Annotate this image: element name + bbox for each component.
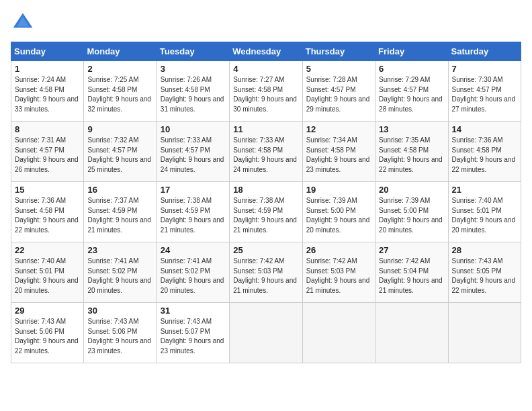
cell-info: Sunrise: 7:38 AMSunset: 4:59 PMDaylight:… — [161, 196, 226, 235]
day-number: 14 — [452, 124, 517, 134]
logo-icon — [11, 11, 35, 35]
calendar-cell: 28 Sunrise: 7:43 AMSunset: 5:05 PMDaylig… — [448, 242, 521, 303]
cell-info: Sunrise: 7:42 AMSunset: 5:04 PMDaylight:… — [379, 257, 444, 295]
calendar-cell: 11 Sunrise: 7:33 AMSunset: 4:58 PMDaylig… — [230, 122, 302, 182]
cell-info: Sunrise: 7:36 AMSunset: 4:58 PMDaylight:… — [15, 196, 80, 235]
day-number: 31 — [161, 306, 226, 316]
calendar-cell: 10 Sunrise: 7:33 AMSunset: 4:57 PMDaylig… — [157, 122, 229, 182]
cell-info: Sunrise: 7:40 AMSunset: 5:01 PMDaylight:… — [452, 196, 517, 235]
calendar-cell: 13 Sunrise: 7:35 AMSunset: 4:58 PMDaylig… — [375, 122, 448, 182]
cell-info: Sunrise: 7:34 AMSunset: 4:58 PMDaylight:… — [306, 136, 371, 175]
cell-info: Sunrise: 7:39 AMSunset: 5:00 PMDaylight:… — [379, 196, 444, 235]
calendar-table: SundayMondayTuesdayWednesdayThursdayFrid… — [11, 42, 521, 363]
day-number: 29 — [15, 306, 80, 316]
calendar-cell: 31 Sunrise: 7:43 AMSunset: 5:07 PMDaylig… — [157, 303, 229, 363]
calendar-cell: 30 Sunrise: 7:43 AMSunset: 5:06 PMDaylig… — [84, 303, 157, 363]
calendar-cell: 7 Sunrise: 7:30 AMSunset: 4:57 PMDayligh… — [448, 61, 521, 122]
day-number: 11 — [233, 124, 298, 134]
calendar-cell: 1 Sunrise: 7:24 AMSunset: 4:58 PMDayligh… — [11, 61, 84, 122]
day-number: 13 — [379, 124, 444, 134]
day-number: 20 — [379, 185, 444, 195]
day-number: 26 — [306, 245, 371, 255]
day-number: 12 — [306, 124, 371, 134]
day-header-saturday: Saturday — [448, 42, 521, 61]
day-number: 7 — [452, 64, 517, 74]
cell-info: Sunrise: 7:25 AMSunset: 4:58 PMDaylight:… — [87, 75, 152, 114]
day-number: 6 — [379, 64, 444, 74]
calendar-cell: 4 Sunrise: 7:27 AMSunset: 4:58 PMDayligh… — [230, 61, 302, 122]
cell-info: Sunrise: 7:31 AMSunset: 4:57 PMDaylight:… — [15, 136, 80, 175]
cell-info: Sunrise: 7:27 AMSunset: 4:58 PMDaylight:… — [233, 75, 298, 114]
day-number: 9 — [87, 124, 152, 134]
cell-info: Sunrise: 7:36 AMSunset: 4:58 PMDaylight:… — [452, 136, 517, 175]
cell-info: Sunrise: 7:30 AMSunset: 4:57 PMDaylight:… — [452, 75, 517, 114]
day-header-friday: Friday — [375, 42, 448, 61]
day-number: 16 — [87, 185, 152, 195]
day-number: 4 — [233, 64, 298, 74]
calendar-cell — [230, 303, 302, 363]
calendar-cell: 27 Sunrise: 7:42 AMSunset: 5:04 PMDaylig… — [375, 242, 448, 303]
day-number: 1 — [15, 64, 80, 74]
logo — [11, 11, 38, 35]
calendar-cell: 16 Sunrise: 7:37 AMSunset: 4:59 PMDaylig… — [84, 182, 157, 242]
day-number: 28 — [452, 245, 517, 255]
calendar-cell — [302, 303, 375, 363]
cell-info: Sunrise: 7:39 AMSunset: 5:00 PMDaylight:… — [306, 196, 371, 235]
calendar-cell: 6 Sunrise: 7:29 AMSunset: 4:57 PMDayligh… — [375, 61, 448, 122]
day-number: 23 — [87, 245, 152, 255]
cell-info: Sunrise: 7:40 AMSunset: 5:01 PMDaylight:… — [15, 257, 80, 295]
cell-info: Sunrise: 7:35 AMSunset: 4:58 PMDaylight:… — [379, 136, 444, 175]
calendar-week-row: 29 Sunrise: 7:43 AMSunset: 5:06 PMDaylig… — [11, 303, 521, 363]
day-number: 8 — [15, 124, 80, 134]
day-number: 17 — [161, 185, 226, 195]
cell-info: Sunrise: 7:28 AMSunset: 4:57 PMDaylight:… — [306, 75, 371, 114]
day-number: 21 — [452, 185, 517, 195]
cell-info: Sunrise: 7:29 AMSunset: 4:57 PMDaylight:… — [379, 75, 444, 114]
calendar-cell: 12 Sunrise: 7:34 AMSunset: 4:58 PMDaylig… — [302, 122, 375, 182]
cell-info: Sunrise: 7:41 AMSunset: 5:02 PMDaylight:… — [161, 257, 226, 295]
calendar-week-row: 15 Sunrise: 7:36 AMSunset: 4:58 PMDaylig… — [11, 182, 521, 242]
cell-info: Sunrise: 7:43 AMSunset: 5:07 PMDaylight:… — [161, 317, 226, 356]
cell-info: Sunrise: 7:26 AMSunset: 4:58 PMDaylight:… — [161, 75, 226, 114]
day-header-tuesday: Tuesday — [157, 42, 229, 61]
calendar-cell: 29 Sunrise: 7:43 AMSunset: 5:06 PMDaylig… — [11, 303, 84, 363]
calendar-cell: 5 Sunrise: 7:28 AMSunset: 4:57 PMDayligh… — [302, 61, 375, 122]
day-header-monday: Monday — [84, 42, 157, 61]
calendar-week-row: 8 Sunrise: 7:31 AMSunset: 4:57 PMDayligh… — [11, 122, 521, 182]
calendar-week-row: 22 Sunrise: 7:40 AMSunset: 5:01 PMDaylig… — [11, 242, 521, 303]
cell-info: Sunrise: 7:33 AMSunset: 4:57 PMDaylight:… — [161, 136, 226, 175]
calendar-cell: 9 Sunrise: 7:32 AMSunset: 4:57 PMDayligh… — [84, 122, 157, 182]
cell-info: Sunrise: 7:43 AMSunset: 5:06 PMDaylight:… — [15, 317, 80, 356]
calendar-cell: 23 Sunrise: 7:41 AMSunset: 5:02 PMDaylig… — [84, 242, 157, 303]
day-number: 19 — [306, 185, 371, 195]
calendar-cell: 2 Sunrise: 7:25 AMSunset: 4:58 PMDayligh… — [84, 61, 157, 122]
day-header-wednesday: Wednesday — [230, 42, 302, 61]
day-number: 27 — [379, 245, 444, 255]
calendar-cell: 8 Sunrise: 7:31 AMSunset: 4:57 PMDayligh… — [11, 122, 84, 182]
day-number: 25 — [233, 245, 298, 255]
calendar-cell: 14 Sunrise: 7:36 AMSunset: 4:58 PMDaylig… — [448, 122, 521, 182]
day-number: 15 — [15, 185, 80, 195]
calendar-cell: 26 Sunrise: 7:42 AMSunset: 5:03 PMDaylig… — [302, 242, 375, 303]
calendar-cell: 21 Sunrise: 7:40 AMSunset: 5:01 PMDaylig… — [448, 182, 521, 242]
cell-info: Sunrise: 7:43 AMSunset: 5:05 PMDaylight:… — [452, 257, 517, 295]
day-number: 10 — [161, 124, 226, 134]
calendar-cell — [448, 303, 521, 363]
calendar-cell: 19 Sunrise: 7:39 AMSunset: 5:00 PMDaylig… — [302, 182, 375, 242]
cell-info: Sunrise: 7:38 AMSunset: 4:59 PMDaylight:… — [233, 196, 298, 235]
day-number: 30 — [87, 306, 152, 316]
calendar-cell: 17 Sunrise: 7:38 AMSunset: 4:59 PMDaylig… — [157, 182, 229, 242]
calendar-cell: 15 Sunrise: 7:36 AMSunset: 4:58 PMDaylig… — [11, 182, 84, 242]
day-number: 24 — [161, 245, 226, 255]
cell-info: Sunrise: 7:24 AMSunset: 4:58 PMDaylight:… — [15, 75, 80, 114]
page-header — [11, 11, 521, 35]
day-number: 22 — [15, 245, 80, 255]
calendar-cell: 22 Sunrise: 7:40 AMSunset: 5:01 PMDaylig… — [11, 242, 84, 303]
calendar-cell: 25 Sunrise: 7:42 AMSunset: 5:03 PMDaylig… — [230, 242, 302, 303]
calendar-cell: 3 Sunrise: 7:26 AMSunset: 4:58 PMDayligh… — [157, 61, 229, 122]
cell-info: Sunrise: 7:42 AMSunset: 5:03 PMDaylight:… — [233, 257, 298, 295]
day-number: 18 — [233, 185, 298, 195]
calendar-cell — [375, 303, 448, 363]
cell-info: Sunrise: 7:42 AMSunset: 5:03 PMDaylight:… — [306, 257, 371, 295]
cell-info: Sunrise: 7:37 AMSunset: 4:59 PMDaylight:… — [87, 196, 152, 235]
